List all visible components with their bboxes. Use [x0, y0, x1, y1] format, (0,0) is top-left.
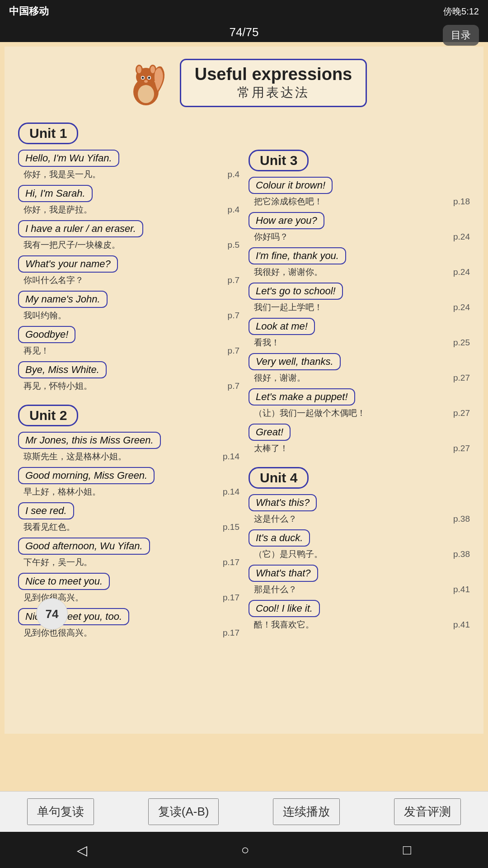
time-label: 傍晚5:12	[443, 5, 479, 18]
unit1-heading: Unit 1	[18, 123, 78, 144]
expr-ruler-eraser[interactable]: I have a ruler / an eraser. 我有一把尺子/一块橡皮。…	[18, 220, 239, 251]
expr-look-at-me[interactable]: Look at me! 看我！ p.25	[249, 318, 470, 349]
pronunciation-test-button[interactable]: 发音评测	[394, 798, 461, 825]
unit3-heading: Unit 3	[249, 150, 309, 171]
expr-good-afternoon[interactable]: Good afternoon, Wu Yifan. 下午好，吴一凡。 p.17	[18, 538, 239, 568]
expr-lets-go-school[interactable]: Let's go to school! 我们一起上学吧！ p.24	[249, 283, 470, 313]
expr-cool-i-like-it[interactable]: Cool! I like it. 酷！我喜欢它。 p.41	[249, 600, 470, 631]
expr-hi-sarah[interactable]: Hi, I'm Sarah. 你好，我是萨拉。 p.4	[18, 185, 239, 216]
bottom-toolbar: 单句复读 复读(A-B) 连续播放 发音评测	[0, 791, 488, 832]
expr-bye-miss-white[interactable]: Bye, Miss White. 再见，怀特小姐。 p.7	[18, 361, 239, 392]
svg-point-11	[138, 85, 154, 103]
back-icon[interactable]: ◁	[77, 842, 87, 858]
svg-point-5	[150, 66, 155, 73]
svg-point-4	[137, 66, 141, 73]
home-icon[interactable]: ○	[241, 842, 249, 858]
expr-my-name-john[interactable]: My name's John. 我叫约翰。 p.7	[18, 291, 239, 321]
recent-icon[interactable]: □	[403, 842, 411, 858]
carrier-label: 中国移动	[9, 5, 49, 18]
expr-colour-brown[interactable]: Colour it brown! 把它涂成棕色吧！ p.18	[249, 177, 470, 208]
status-bar: 中国移动 傍晚5:12	[0, 0, 488, 23]
expr-whats-your-name[interactable]: What's your name? 你叫什么名字？ p.7	[18, 255, 239, 286]
title-box: Useful expressions 常用表达法	[180, 59, 367, 107]
two-col-layout: Unit 1 Hello, I'm Wu Yifan. 你好，我是吴一凡。 p.…	[18, 119, 470, 643]
title-cn: 常用表达法	[195, 84, 352, 101]
content-area: Useful expressions 常用表达法 Unit 1 Hello, I…	[0, 42, 488, 791]
left-column: Unit 1 Hello, I'm Wu Yifan. 你好，我是吴一凡。 p.…	[18, 119, 244, 643]
unit4-heading: Unit 4	[249, 467, 309, 489]
book-page: Useful expressions 常用表达法 Unit 1 Hello, I…	[5, 47, 483, 734]
expr-goodbye[interactable]: Goodbye! 再见！ p.7	[18, 326, 239, 357]
continuous-play-button[interactable]: 连续播放	[273, 798, 340, 825]
expr-very-well[interactable]: Very well, thanks. 很好，谢谢。 p.27	[249, 353, 470, 384]
page-header: Useful expressions 常用表达法	[18, 56, 470, 110]
expr-make-puppet[interactable]: Let's make a puppet! （让）我们一起做个木偶吧！ p.27	[249, 388, 470, 419]
expr-i-see-red[interactable]: I see red. 我看见红色。 p.15	[18, 502, 239, 533]
expr-whats-this[interactable]: What's this? 这是什么？ p.38	[249, 494, 470, 525]
svg-point-10	[144, 80, 148, 83]
svg-point-8	[141, 77, 144, 79]
expr-good-morning[interactable]: Good morning, Miss Green. 早上好，格林小姐。 p.14	[18, 467, 239, 498]
expr-hello-wu[interactable]: Hello, I'm Wu Yifan. 你好，我是吴一凡。 p.4	[18, 150, 239, 180]
expr-im-fine[interactable]: I'm fine, thank you. 我很好，谢谢你。 p.24	[249, 247, 470, 278]
expr-how-are-you[interactable]: How are you? 你好吗？ p.24	[249, 212, 470, 243]
page-number: 74	[36, 598, 68, 630]
single-replay-button[interactable]: 单句复读	[27, 798, 94, 825]
right-column: Unit 3 Colour it brown! 把它涂成棕色吧！ p.18 Un…	[244, 119, 470, 643]
title-en: Useful expressions	[195, 65, 352, 84]
svg-point-9	[148, 77, 150, 79]
expr-mr-jones[interactable]: Mr Jones, this is Miss Green. 琼斯先生，这是格林小…	[18, 432, 239, 462]
nav-bar: ◁ ○ □	[0, 832, 488, 868]
unit2-heading: Unit 2	[18, 405, 78, 426]
expr-great[interactable]: Great! 太棒了！ p.27	[249, 424, 470, 454]
squirrel-image	[121, 56, 171, 110]
page-counter: 74/75	[0, 23, 488, 42]
menu-button[interactable]: 目录	[443, 25, 479, 46]
ab-replay-button[interactable]: 复读(A-B)	[148, 798, 219, 825]
expr-whats-that[interactable]: What's that? 那是什么？ p.41	[249, 565, 470, 595]
expr-its-a-duck[interactable]: It's a duck. （它）是只鸭子。 p.38	[249, 529, 470, 560]
